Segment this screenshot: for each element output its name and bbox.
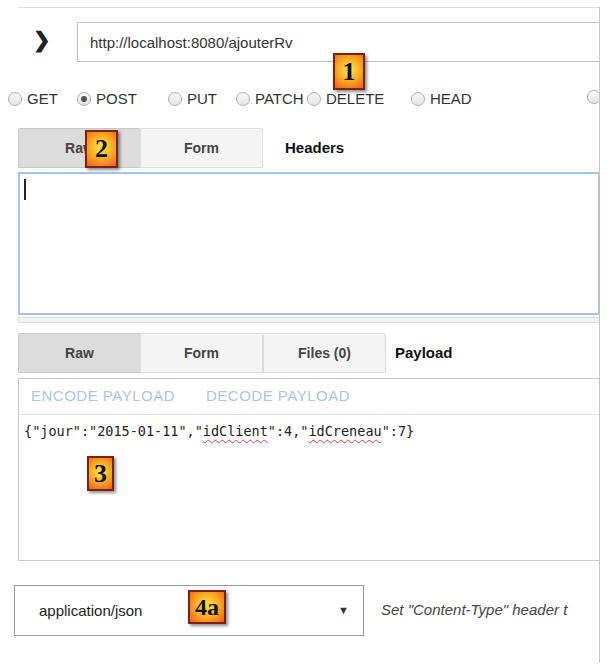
method-radio-options-cut[interactable] [587,90,599,104]
window-content: ❯ GET POST PUT PATCH DELETE [0,0,599,669]
content-type-hint: Set "Content-Type" header t [381,601,567,618]
payload-token: {"jour":"2015-01-11"," [24,423,203,439]
method-label: PATCH [255,90,304,107]
method-radio-head[interactable]: HEAD [411,90,472,107]
annotation-badge-4a: 4a [188,590,226,624]
radio-checked-icon [77,92,91,106]
resize-handle[interactable] [18,317,599,323]
annotation-badge-3: 3 [87,456,114,491]
annotation-badge-2: 2 [85,130,118,168]
payload-tab-raw[interactable]: Raw [18,333,141,373]
method-radio-delete[interactable]: DELETE [307,90,384,107]
method-label: HEAD [430,90,472,107]
headers-section-label: Headers [285,139,344,156]
text-caret [24,179,26,200]
radio-icon [236,92,250,106]
payload-section-label: Payload [395,344,453,361]
payload-token: ":7} [382,423,415,439]
radio-icon [411,92,425,106]
method-radio-post[interactable]: POST [77,90,137,107]
content-type-value: application/json [39,602,142,619]
payload-text[interactable]: {"jour":"2015-01-11","idClient":4,"idCre… [24,423,584,439]
misspelled-token: idClient [203,423,268,439]
method-radio-get[interactable]: GET [8,90,58,107]
radio-icon [587,90,599,104]
payload-token: ":4," [268,423,309,439]
method-label: GET [27,90,58,107]
payload-tab-form[interactable]: Form [140,333,263,373]
method-radio-patch[interactable]: PATCH [236,90,304,107]
window-right-border [599,7,600,662]
method-label: PUT [187,90,217,107]
dropdown-arrow-icon: ▼ [338,604,349,616]
payload-tab-files[interactable]: Files (0) [263,333,386,373]
headers-tab-form[interactable]: Form [140,128,263,168]
headers-textarea[interactable] [18,172,599,315]
radio-icon [307,92,321,106]
chevron-right-icon[interactable]: ❯ [33,28,55,56]
method-radio-put[interactable]: PUT [168,90,217,107]
headers-tab-raw[interactable]: Raw [18,128,141,168]
misspelled-token: idCreneau [308,423,381,439]
rest-client-window: ❯ GET POST PUT PATCH DELETE [0,0,613,669]
radio-icon [8,92,22,106]
radio-icon [168,92,182,106]
http-method-group: GET POST PUT PATCH DELETE HEAD [0,90,599,116]
encode-payload-link[interactable]: ENCODE PAYLOAD [31,387,175,404]
payload-actions-row: ENCODE PAYLOAD DECODE PAYLOAD [19,379,599,415]
method-label: POST [96,90,137,107]
method-label: DELETE [326,90,384,107]
decode-payload-link[interactable]: DECODE PAYLOAD [206,387,350,404]
annotation-badge-1: 1 [333,53,365,90]
